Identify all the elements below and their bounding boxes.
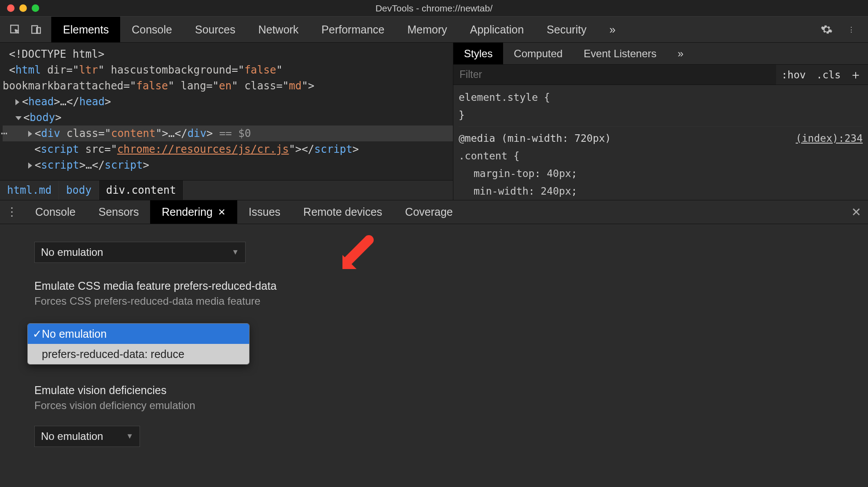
drawer-tabs: ⋮ Console Sensors Rendering✕ Issues Remo… — [0, 200, 868, 224]
minimize-window-button[interactable] — [19, 4, 27, 12]
titlebar: DevTools - chrome://newtab/ — [0, 0, 868, 17]
tab-application[interactable]: Application — [459, 17, 535, 42]
styles-tabs-overflow-icon[interactable]: » — [667, 43, 694, 64]
tab-performance[interactable]: Performance — [310, 17, 396, 42]
dom-head[interactable]: <head>…</head> — [3, 94, 453, 110]
style-source-link[interactable]: (index):234 — [796, 130, 863, 146]
dom-content-selected[interactable]: ⋯ <div class="content">…</div> == $0 — [3, 125, 453, 141]
dom-html-open-1[interactable]: <html dir="ltr" hascustombackground="fal… — [3, 62, 453, 78]
prefers-reduced-data-title: Emulate CSS media feature prefers-reduce… — [34, 280, 868, 292]
cls-toggle[interactable]: .cls — [811, 69, 846, 81]
annotation-arrow-icon — [335, 234, 379, 278]
device-toolbar-icon[interactable] — [30, 23, 42, 36]
decl-margin-top[interactable]: margin-top: 40px; — [459, 165, 863, 182]
tab-event-listeners[interactable]: Event Listeners — [573, 43, 667, 64]
elements-panel: <!DOCTYPE html> <html dir="ltr" hascusto… — [0, 43, 453, 200]
maximize-window-button[interactable] — [32, 4, 39, 12]
prefers-reduced-data-desc: Forces CSS prefers-reduced-data media fe… — [34, 295, 868, 307]
filter-input[interactable] — [453, 65, 776, 85]
eq-dollar-label: == $0 — [219, 127, 251, 140]
drawer-kebab-icon[interactable]: ⋮ — [0, 200, 24, 224]
dom-script-cr[interactable]: <script src="chrome://resources/js/cr.js… — [3, 141, 453, 157]
tab-memory[interactable]: Memory — [396, 17, 458, 42]
drawer-tab-rendering[interactable]: Rendering✕ — [150, 200, 237, 224]
kebab-menu-icon[interactable]: ⋮ — [845, 23, 857, 36]
dropdown-option-no-emulation[interactable]: ✓ No emulation — [28, 324, 249, 344]
tab-computed[interactable]: Computed — [503, 43, 573, 64]
top-emulation-select[interactable]: No emulation ▼ — [34, 242, 246, 263]
vision-emulation-select[interactable]: No emulation ▼ — [34, 426, 140, 447]
drawer-tab-coverage[interactable]: Coverage — [394, 200, 464, 224]
drawer-tab-sensors[interactable]: Sensors — [87, 200, 151, 224]
drawer: ⋮ Console Sensors Rendering✕ Issues Remo… — [0, 200, 868, 487]
drawer-tab-console[interactable]: Console — [24, 200, 87, 224]
close-tab-icon[interactable]: ✕ — [218, 207, 226, 218]
tab-styles[interactable]: Styles — [453, 43, 503, 64]
breadcrumb-content[interactable]: div.content — [99, 181, 184, 200]
inspect-icon[interactable] — [9, 23, 21, 36]
media-query: @media (min-width: 720px) (index):234 — [459, 129, 863, 147]
hover-dots-icon: ⋯ — [1, 125, 7, 141]
dom-html-open-2[interactable]: bookmarkbarattached="false" lang="en" cl… — [3, 78, 453, 94]
rendering-body: No emulation ▼ Emulate CSS media feature… — [0, 224, 868, 447]
chevron-down-icon: ▼ — [232, 248, 239, 257]
hov-toggle[interactable]: :hov — [776, 69, 811, 81]
dom-doctype[interactable]: <!DOCTYPE html> — [3, 46, 453, 62]
vision-emulation-value: No emulation — [41, 430, 103, 443]
drawer-tab-issues[interactable]: Issues — [237, 200, 292, 224]
tab-elements[interactable]: Elements — [51, 17, 120, 42]
check-icon: ✓ — [32, 328, 42, 340]
drawer-tab-rendering-label: Rendering — [162, 206, 212, 218]
new-rule-icon[interactable]: ＋ — [846, 66, 868, 83]
toolbar-left-icons — [0, 17, 51, 42]
dropdown-option-2-label: prefers-reduced-data: reduce — [42, 348, 184, 361]
styles-tabs: Styles Computed Event Listeners » — [453, 43, 868, 65]
breadcrumb-body[interactable]: body — [59, 181, 99, 200]
close-window-button[interactable] — [7, 4, 15, 12]
tabs-overflow-icon[interactable]: » — [598, 17, 627, 42]
main-toolbar: Elements Console Sources Network Perform… — [0, 17, 868, 43]
window-controls — [0, 4, 39, 12]
tab-console[interactable]: Console — [120, 17, 184, 42]
main-content: <!DOCTYPE html> <html dir="ltr" hascusto… — [0, 43, 868, 487]
top-tabs: Elements Console Sources Network Perform… — [51, 17, 810, 42]
tab-security[interactable]: Security — [535, 17, 598, 42]
settings-icon[interactable] — [820, 23, 833, 36]
top-pane: <!DOCTYPE html> <html dir="ltr" hascusto… — [0, 43, 868, 200]
styles-panel: Styles Computed Event Listeners » :hov .… — [453, 43, 868, 200]
toolbar-right: ⋮ — [810, 17, 868, 42]
chevron-down-icon: ▼ — [126, 432, 133, 441]
content-selector[interactable]: .content { — [459, 147, 863, 165]
element-style-selector[interactable]: element.style { — [459, 89, 863, 106]
breadcrumb: html.md body div.content — [0, 180, 453, 200]
brace-close-1: } — [459, 106, 863, 124]
drawer-close-icon[interactable]: ✕ — [844, 200, 868, 224]
decl-min-width[interactable]: min-width: 240px; — [459, 182, 863, 200]
breadcrumb-html[interactable]: html.md — [0, 181, 59, 200]
dom-script-inline[interactable]: <script>…</script> — [3, 157, 453, 173]
window-title: DevTools - chrome://newtab/ — [0, 3, 868, 14]
vision-deficiencies-title: Emulate vision deficiencies — [34, 384, 868, 397]
drawer-tab-remote[interactable]: Remote devices — [292, 200, 394, 224]
prefers-reduced-data-dropdown[interactable]: ✓ No emulation prefers-reduced-data: red… — [27, 323, 250, 365]
tab-network[interactable]: Network — [247, 17, 310, 42]
dropdown-option-1-label: No emulation — [42, 328, 107, 340]
top-emulation-value: No emulation — [41, 246, 103, 258]
tab-sources[interactable]: Sources — [184, 17, 247, 42]
styles-body[interactable]: element.style { } @media (min-width: 720… — [453, 85, 868, 200]
dom-tree[interactable]: <!DOCTYPE html> <html dir="ltr" hascusto… — [0, 43, 453, 180]
vision-deficiencies-desc: Forces vision deficiency emulation — [34, 399, 868, 412]
filter-row: :hov .cls ＋ — [453, 65, 868, 85]
dom-body[interactable]: <body> — [3, 110, 453, 125]
dropdown-option-reduce[interactable]: prefers-reduced-data: reduce — [28, 344, 249, 364]
